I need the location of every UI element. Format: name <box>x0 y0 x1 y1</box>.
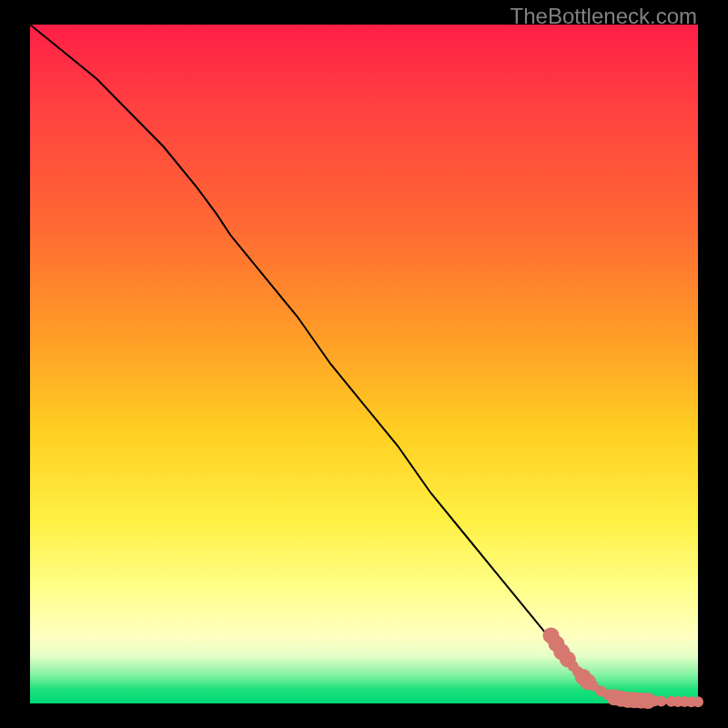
curve-line <box>30 25 698 703</box>
chart-container: TheBottleneck.com <box>0 0 728 728</box>
chart-overlay <box>30 25 698 703</box>
curve-path <box>30 25 698 703</box>
watermark-text: TheBottleneck.com <box>511 4 697 29</box>
data-marker <box>656 695 667 706</box>
curve-markers <box>543 627 703 709</box>
data-marker <box>693 696 703 707</box>
